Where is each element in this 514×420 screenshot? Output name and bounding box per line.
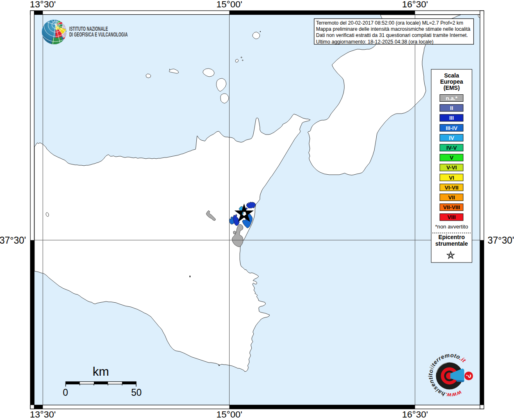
svg-text:VII-VIII: VII-VIII — [443, 204, 460, 210]
svg-text:Dati non verificati estratti d: Dati non verificati estratti da 31 quest… — [316, 32, 468, 38]
svg-text:strumentale: strumentale — [435, 240, 468, 247]
svg-text:16°30': 16°30' — [402, 0, 428, 9]
svg-text:16°30': 16°30' — [402, 409, 428, 420]
svg-text:Europea: Europea — [440, 78, 463, 85]
svg-text:ISTITUTO NAZIONALE: ISTITUTO NAZIONALE — [69, 25, 108, 32]
svg-text:Mappa preliminare delle intens: Mappa preliminare delle intensità macros… — [316, 26, 471, 32]
svg-text:IV-V: IV-V — [446, 145, 457, 151]
svg-text:50: 50 — [131, 387, 142, 398]
svg-text:(EMS): (EMS) — [443, 84, 460, 91]
svg-text:V-VI: V-VI — [446, 164, 457, 171]
svg-text:0: 0 — [63, 387, 68, 398]
svg-text:III: III — [449, 115, 454, 121]
svg-text:37°30': 37°30' — [0, 235, 26, 246]
svg-text:Epicentro: Epicentro — [438, 234, 465, 240]
svg-text:DI GEOFISICA E VULCANOLOGIA: DI GEOFISICA E VULCANOLOGIA — [69, 31, 128, 38]
svg-text:n.a.*: n.a.* — [446, 95, 457, 101]
svg-text:VI-VII: VI-VII — [445, 185, 459, 191]
svg-text:Ultimo aggiornamento: 18-12-20: Ultimo aggiornamento: 18-12-2025 04:38 (… — [316, 39, 434, 45]
svg-text:VII: VII — [448, 194, 455, 201]
svg-text:IV: IV — [449, 135, 454, 141]
svg-text:Scala: Scala — [444, 72, 459, 79]
svg-text:Terremoto del 20-02-2017 08:52: Terremoto del 20-02-2017 08:52:00 (ora l… — [316, 20, 463, 26]
svg-text:III-IV: III-IV — [446, 125, 457, 131]
svg-text:13°30': 13°30' — [30, 0, 56, 9]
svg-text:VIII: VIII — [448, 214, 456, 220]
svg-text:VI: VI — [449, 175, 454, 181]
svg-text:II: II — [450, 105, 453, 111]
svg-text:*non avvertito: *non avvertito — [435, 224, 468, 230]
svg-text:15°00': 15°00' — [216, 409, 242, 420]
svg-text:km: km — [93, 365, 109, 378]
svg-text:15°00': 15°00' — [216, 0, 242, 9]
svg-text:37°30': 37°30' — [488, 235, 514, 246]
svg-text:V: V — [450, 155, 453, 161]
svg-text:13°30': 13°30' — [30, 409, 56, 420]
